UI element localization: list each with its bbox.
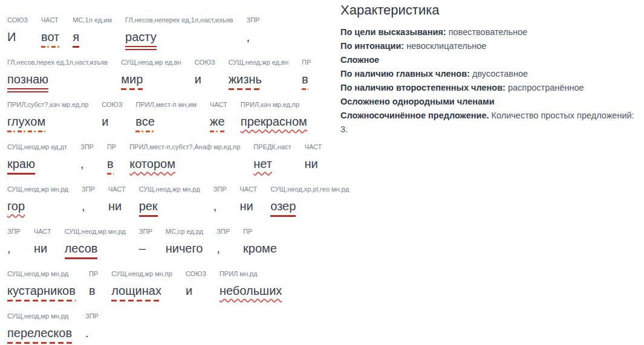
word[interactable]: , [247, 29, 250, 45]
underline-solid [270, 215, 296, 217]
word[interactable]: краю [7, 156, 35, 172]
word[interactable]: , [216, 240, 220, 256]
word[interactable]: лощинах [111, 283, 161, 298]
word-wrap: все [135, 114, 155, 132]
word[interactable]: . [85, 325, 89, 341]
sentence-row: ПРИЛ,субст?,кач мр,ед,прглухомСОЮЗиПРИЛ,… [7, 100, 334, 143]
morphology-tag: СУЩ,неод,жр ед,вн [229, 58, 288, 66]
word[interactable]: ни [305, 156, 318, 172]
word-wrap: кроме [243, 240, 277, 256]
word[interactable]: в [89, 283, 96, 298]
word[interactable]: небольших [220, 283, 282, 298]
word-token: ЧАСТвот [41, 16, 59, 48]
word[interactable]: кустарников [7, 283, 76, 298]
word[interactable]: рек [139, 198, 158, 214]
morphology-tag: ЗПР [82, 185, 95, 193]
word-wrap: лощинах [111, 283, 161, 301]
morphology-tag: ЗПР [80, 143, 94, 151]
word[interactable]: расту [125, 29, 157, 45]
word[interactable]: в [107, 156, 114, 172]
word[interactable]: же [210, 114, 225, 129]
word-token: ЗПР, [213, 185, 227, 214]
word[interactable]: вот [41, 29, 59, 45]
word[interactable]: котором [129, 156, 175, 172]
word[interactable]: познаю [7, 71, 48, 87]
word[interactable]: кроме [243, 240, 277, 256]
word-wrap: ни [108, 198, 122, 214]
word[interactable]: , [213, 198, 217, 214]
word[interactable]: нет [253, 156, 272, 172]
morphology-tag: СОЮЗ [7, 16, 28, 24]
word-wrap: жизнь [229, 71, 262, 90]
word[interactable]: глухом [7, 114, 45, 129]
word[interactable]: ни [34, 240, 47, 256]
morphology-tag: СУЩ,неод,мр ед,дт [7, 143, 67, 151]
characteristic-label: По наличию второстепенных членов: [340, 83, 506, 92]
morphology-tag: ПРИЛ,кач мр,ед,пр [241, 100, 299, 109]
morphology-tag: ЗПР [213, 185, 227, 193]
word[interactable]: лесов [65, 240, 98, 256]
word-wrap: , [80, 156, 84, 172]
word[interactable]: все [135, 114, 155, 129]
underline-dashdot [302, 88, 308, 90]
word[interactable]: я [73, 29, 79, 45]
word-token: ПРИЛ,мест-п,субст?,Анаф мр,ед,пркотором [129, 143, 240, 172]
word[interactable]: и [102, 114, 108, 129]
characteristics-list: По цели высказывания: повествовательноеП… [340, 25, 638, 137]
word[interactable]: ни [240, 198, 253, 214]
word-wrap: перелесков [7, 325, 72, 344]
word[interactable]: ничего [166, 240, 203, 256]
characteristic-line: Сложное [340, 53, 638, 67]
word-token: ЗПР. [85, 312, 99, 341]
morphology-tag: СУЩ,неод,мр ед,вн [121, 58, 181, 66]
characteristic-value: повествовательное [446, 27, 528, 37]
morphology-tag: МС,1л ед,им [73, 16, 112, 24]
morphology-tag: ПРИЛ,субст?,кач мр,ед,пр [7, 100, 88, 109]
word[interactable]: в [302, 71, 308, 87]
word-token: СУЩ,неод,жр ед,внжизнь [229, 58, 288, 90]
characteristics-panel: Характеристика По цели высказывания: пов… [334, 0, 644, 345]
sentence-row: ЗПР,ЧАСТниСУЩ,неод,мр мн,рдлесовЗПР–МС,с… [7, 227, 334, 269]
word-wrap: и [186, 283, 192, 298]
word-token: ЗПР, [216, 227, 230, 256]
word-wrap: . [85, 325, 89, 341]
word-wrap: глухом [7, 114, 45, 132]
morphology-tag: СОЮЗ [186, 269, 206, 278]
word-token: ГЛ,несов,неперех ед,1л,наст,изъяврасту [125, 16, 233, 50]
sentence-row: СОЮЗИЧАСТвотМС,1л ед,имяГЛ,несов,неперех… [7, 16, 334, 58]
word-token: СОЮЗи [102, 100, 122, 129]
word[interactable]: мир [121, 71, 143, 87]
word[interactable]: , [7, 240, 11, 256]
word-token: ЗПР, [82, 185, 95, 214]
word-wrap: и [102, 114, 108, 129]
characteristic-line: По интонации: невосклицательное [340, 39, 638, 53]
word-wrap: в [302, 71, 308, 90]
word[interactable]: и [186, 283, 192, 298]
word[interactable]: жизнь [229, 71, 262, 87]
word[interactable]: озер [270, 198, 296, 214]
word-token: СОЮЗи [186, 269, 206, 298]
word[interactable]: перелесков [7, 325, 72, 341]
word-token: СОЮЗи [195, 58, 215, 87]
word[interactable]: гор [7, 198, 25, 214]
morphology-tag: ЧАСТ [108, 185, 126, 193]
word-token: СУЩ,неод,мр ед,внмир [121, 58, 181, 90]
word[interactable]: прекрасном [241, 114, 307, 129]
underline-dashed [229, 88, 262, 90]
underline-dashdot [210, 131, 225, 132]
underline-double [125, 46, 157, 50]
word[interactable]: , [80, 156, 84, 172]
word[interactable]: , [82, 198, 85, 214]
word-wrap: – [139, 240, 146, 256]
morphology-tag: МС,ср ед,рд [166, 227, 203, 236]
word[interactable]: И [7, 29, 16, 45]
word[interactable]: и [195, 71, 201, 87]
word-wrap: озер [270, 198, 296, 217]
word[interactable]: – [139, 240, 146, 256]
word-wrap: котором [129, 156, 175, 172]
characteristic-value: невосклицательное [404, 41, 486, 51]
word-token: ЗПР, [7, 227, 21, 256]
word[interactable]: ни [108, 198, 122, 214]
morphology-tag: ЗПР [85, 312, 99, 320]
word-token: ПРв [107, 143, 116, 175]
